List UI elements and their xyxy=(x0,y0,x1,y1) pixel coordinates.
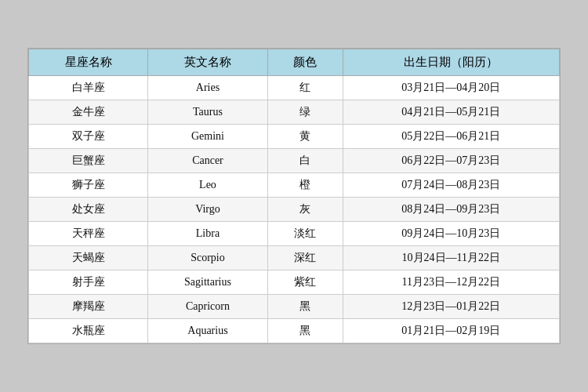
cell-color: 绿 xyxy=(267,100,343,125)
cell-dates: 09月24日—10月23日 xyxy=(343,222,559,246)
cell-chinese-name: 天秤座 xyxy=(29,222,148,246)
header-dates: 出生日期（阳历） xyxy=(343,49,559,76)
cell-dates: 03月21日—04月20日 xyxy=(343,76,559,100)
header-chinese-name: 星座名称 xyxy=(29,49,148,76)
cell-english-name: Libra xyxy=(148,222,267,246)
cell-english-name: Sagittarius xyxy=(148,270,267,295)
table-row: 射手座Sagittarius紫红11月23日—12月22日 xyxy=(29,270,560,295)
table-row: 金牛座Taurus绿04月21日—05月21日 xyxy=(29,100,560,125)
table-row: 摩羯座Capricorn黑12月23日—01月22日 xyxy=(29,295,560,319)
cell-english-name: Aquarius xyxy=(148,319,267,343)
header-color: 颜色 xyxy=(267,49,343,76)
cell-chinese-name: 水瓶座 xyxy=(29,319,148,343)
cell-dates: 01月21日—02月19日 xyxy=(343,319,559,343)
cell-english-name: Virgo xyxy=(148,198,267,222)
cell-chinese-name: 双子座 xyxy=(29,125,148,149)
cell-dates: 08月24日—09月23日 xyxy=(343,198,559,222)
cell-dates: 04月21日—05月21日 xyxy=(343,100,559,125)
cell-dates: 07月24日—08月23日 xyxy=(343,173,559,198)
cell-chinese-name: 白羊座 xyxy=(29,76,148,100)
cell-chinese-name: 巨蟹座 xyxy=(29,149,148,173)
cell-color: 黑 xyxy=(267,295,343,319)
cell-english-name: Taurus xyxy=(148,100,267,125)
cell-color: 黑 xyxy=(267,319,343,343)
cell-chinese-name: 处女座 xyxy=(29,198,148,222)
cell-color: 橙 xyxy=(267,173,343,198)
cell-english-name: Capricorn xyxy=(148,295,267,319)
cell-english-name: Cancer xyxy=(148,149,267,173)
cell-color: 白 xyxy=(267,149,343,173)
cell-dates: 10月24日—11月22日 xyxy=(343,246,559,270)
cell-color: 紫红 xyxy=(267,270,343,295)
table-row: 天蝎座Scorpio深红10月24日—11月22日 xyxy=(29,246,560,270)
table-row: 双子座Gemini黄05月22日—06月21日 xyxy=(29,125,560,149)
zodiac-table-container: 星座名称 英文名称 颜色 出生日期（阳历） 白羊座Aries红03月21日—04… xyxy=(27,48,561,344)
cell-color: 黄 xyxy=(267,125,343,149)
zodiac-table: 星座名称 英文名称 颜色 出生日期（阳历） 白羊座Aries红03月21日—04… xyxy=(28,49,560,343)
cell-chinese-name: 狮子座 xyxy=(29,173,148,198)
cell-chinese-name: 天蝎座 xyxy=(29,246,148,270)
cell-dates: 06月22日—07月23日 xyxy=(343,149,559,173)
table-row: 水瓶座Aquarius黑01月21日—02月19日 xyxy=(29,319,560,343)
table-row: 狮子座Leo橙07月24日—08月23日 xyxy=(29,173,560,198)
cell-chinese-name: 射手座 xyxy=(29,270,148,295)
cell-english-name: Leo xyxy=(148,173,267,198)
table-body: 白羊座Aries红03月21日—04月20日金牛座Taurus绿04月21日—0… xyxy=(29,76,560,343)
table-row: 处女座Virgo灰08月24日—09月23日 xyxy=(29,198,560,222)
cell-color: 淡红 xyxy=(267,222,343,246)
table-row: 天秤座Libra淡红09月24日—10月23日 xyxy=(29,222,560,246)
table-row: 巨蟹座Cancer白06月22日—07月23日 xyxy=(29,149,560,173)
cell-english-name: Scorpio xyxy=(148,246,267,270)
table-row: 白羊座Aries红03月21日—04月20日 xyxy=(29,76,560,100)
cell-english-name: Gemini xyxy=(148,125,267,149)
cell-color: 深红 xyxy=(267,246,343,270)
table-header-row: 星座名称 英文名称 颜色 出生日期（阳历） xyxy=(29,49,560,76)
cell-english-name: Aries xyxy=(148,76,267,100)
cell-chinese-name: 金牛座 xyxy=(29,100,148,125)
cell-color: 灰 xyxy=(267,198,343,222)
header-english-name: 英文名称 xyxy=(148,49,267,76)
cell-dates: 11月23日—12月22日 xyxy=(343,270,559,295)
cell-color: 红 xyxy=(267,76,343,100)
cell-dates: 12月23日—01月22日 xyxy=(343,295,559,319)
cell-chinese-name: 摩羯座 xyxy=(29,295,148,319)
cell-dates: 05月22日—06月21日 xyxy=(343,125,559,149)
